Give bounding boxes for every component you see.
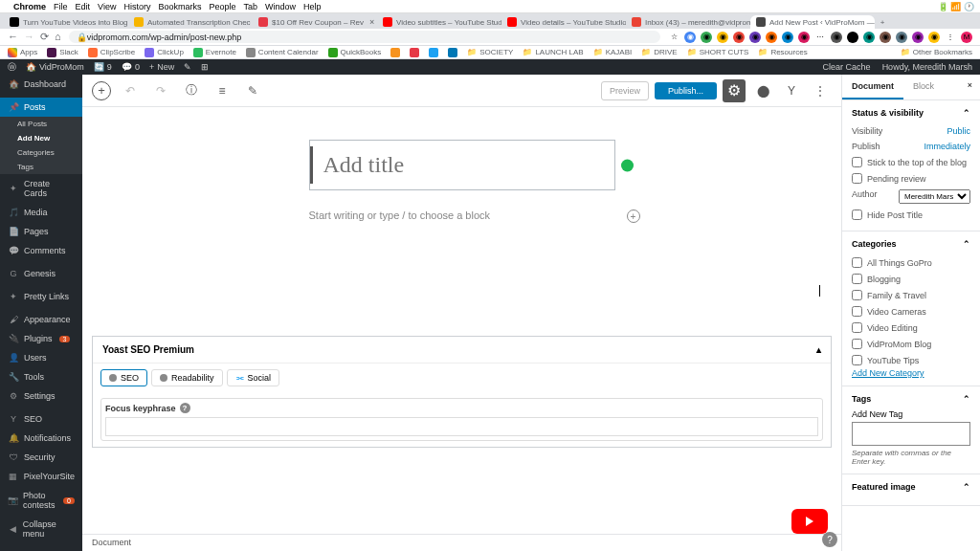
sidebar-cards[interactable]: ✦Create Cards	[0, 174, 82, 203]
sidebar-categories[interactable]: Categories	[0, 145, 82, 160]
add-block-inline[interactable]: +	[627, 209, 640, 223]
sidebar-comments[interactable]: 💬Comments	[0, 241, 82, 260]
publish-button[interactable]: Publish...	[655, 82, 717, 99]
sidebar-notifications[interactable]: 🔔Notifications	[0, 429, 82, 448]
yoast-social-tab[interactable]: ⫘Social	[227, 369, 280, 386]
tab-2[interactable]: $10 Off Rev Coupon – Rev×	[253, 15, 377, 29]
sidebar-collapse[interactable]: ◀Collapse menu	[0, 515, 82, 543]
wp-logo[interactable]: ⓦ	[8, 61, 16, 74]
undo-button[interactable]: ↶	[119, 79, 142, 102]
sidebar-genesis[interactable]: GGenesis	[0, 264, 82, 283]
sidebar-settings[interactable]: ⚙Settings	[0, 386, 82, 406]
tab-0[interactable]: Turn YouTube Videos into Blog×	[4, 15, 128, 29]
extension-icons[interactable]: ☆◉◉◉◉◉◉◉◉⋯◉◉◉◉◉◉◉⋮M	[668, 32, 972, 43]
sidebar-addnew[interactable]: Add New	[0, 131, 82, 145]
clear-cache[interactable]: Clear Cache	[823, 62, 871, 72]
editor-toolbar: + ↶ ↷ ⓘ ≡ ✎ Preview Publish... ⚙ ⬤ Y ⋮	[82, 75, 841, 107]
sidebar-seo[interactable]: YSEO	[0, 409, 82, 429]
chevron-up-icon[interactable]: ⌃	[963, 482, 970, 492]
yoast-icon[interactable]: Y	[780, 79, 803, 102]
sidebar-pretty[interactable]: ✦Pretty Links	[0, 287, 82, 306]
visibility-link[interactable]: Public	[947, 126, 970, 136]
home-button[interactable]: ⌂	[55, 31, 61, 43]
sticky-checkbox[interactable]: Stick to the top of the blog	[852, 154, 970, 170]
info-button[interactable]: ⓘ	[180, 79, 203, 102]
new-tab-button[interactable]: +	[875, 15, 890, 29]
youtube-subscribe[interactable]	[791, 509, 828, 534]
wp-sidebar: 🏠Dashboard 📌Posts All Posts Add New Cate…	[0, 75, 82, 551]
bookmarks-bar: Apps Slack ClipScribe ClickUp Evernote C…	[0, 46, 980, 59]
reload-button[interactable]: ⟳	[40, 31, 49, 43]
editor-area: + ↶ ↷ ⓘ ≡ ✎ Preview Publish... ⚙ ⬤ Y ⋮ S…	[82, 75, 841, 551]
editor-footer[interactable]: Document	[82, 534, 841, 551]
chevron-up-icon[interactable]: ⌃	[963, 108, 970, 118]
title-block[interactable]	[309, 140, 615, 190]
howdy-user[interactable]: Howdy, Meredith Marsh	[882, 62, 972, 72]
sidebar-appearance[interactable]: 🖌Appearance	[0, 310, 82, 329]
text-cursor	[819, 285, 820, 297]
publish-date-link[interactable]: Immediately	[924, 142, 970, 151]
other-bookmarks[interactable]: 📁Other Bookmarks	[901, 48, 972, 56]
sidebar-security[interactable]: 🛡Security	[0, 448, 82, 467]
sidebar-posts[interactable]: 📌Posts	[0, 98, 82, 117]
url-field[interactable]: 🔒 vidpromom.com/wp-admin/post-new.php	[69, 31, 660, 43]
new-content[interactable]: + New	[149, 62, 174, 72]
redo-button[interactable]: ↷	[149, 79, 172, 102]
yoast-readability-tab[interactable]: Readability	[151, 369, 223, 386]
app-name[interactable]: Chrome	[13, 2, 46, 11]
tab-5[interactable]: Inbox (43) – meredith@vidprom×	[626, 15, 750, 29]
help-icon[interactable]: ?	[180, 403, 190, 413]
chevron-up-icon[interactable]: ⌃	[963, 239, 970, 249]
macos-menubar: Chrome File Edit View History Bookmarks …	[0, 0, 980, 13]
edit-button[interactable]: ✎	[241, 79, 264, 102]
sidebar-pages[interactable]: 📄Pages	[0, 222, 82, 241]
browser-tabs: Turn YouTube Videos into Blog× Automated…	[0, 13, 980, 29]
more-button[interactable]: ⋮	[809, 79, 832, 102]
site-name[interactable]: 🏠 VidProMom	[26, 62, 84, 72]
comments-count[interactable]: 💬 0	[122, 62, 140, 72]
back-button[interactable]: ←	[8, 31, 18, 43]
apps-button[interactable]: Apps	[8, 48, 37, 57]
forward-button[interactable]: →	[24, 31, 34, 43]
preview-button[interactable]: Preview	[601, 81, 649, 100]
sidebar-allposts[interactable]: All Posts	[0, 117, 82, 131]
sidebar-tools[interactable]: 🔧Tools	[0, 367, 82, 386]
keyphrase-input[interactable]	[105, 417, 818, 436]
outline-button[interactable]: ≡	[211, 79, 234, 102]
tags-input[interactable]	[852, 422, 970, 446]
sidebar-users[interactable]: 👤Users	[0, 348, 82, 367]
help-bubble[interactable]: ?	[822, 532, 837, 547]
yoast-metabox: Yoast SEO Premium▴ SEO Readability ⫘Soci…	[92, 336, 832, 448]
wp-admin-bar: ⓦ 🏠 VidProMom 🔄 9 💬 0 + New ✎ ⊞ Clear Ca…	[0, 59, 980, 75]
sidebar-plugins[interactable]: 🔌Plugins3	[0, 329, 82, 348]
menubar-status: 🔋 📶 🕐	[938, 2, 974, 11]
jetpack-icon[interactable]: ⬤	[751, 79, 774, 102]
grammarly-icon[interactable]	[621, 159, 634, 171]
pending-checkbox[interactable]: Pending review	[852, 170, 970, 187]
yoast-seo-tab[interactable]: SEO	[100, 369, 147, 386]
title-input[interactable]	[323, 152, 601, 178]
add-category-link[interactable]: Add New Category	[852, 368, 970, 378]
sidebar-photo[interactable]: 📷Photo contests0	[0, 486, 82, 515]
sidebar-dashboard[interactable]: 🏠Dashboard	[0, 75, 82, 94]
tab-4[interactable]: Video details – YouTube Studio×	[501, 15, 626, 29]
block-tab[interactable]: Block	[903, 75, 944, 99]
tab-3[interactable]: Video subtitles – YouTube Studio×	[377, 15, 501, 29]
yoast-title: Yoast SEO Premium	[102, 344, 194, 355]
chevron-up-icon[interactable]: ⌃	[963, 394, 970, 404]
hide-title-checkbox[interactable]: Hide Post Title	[852, 207, 970, 223]
author-select[interactable]: Meredith Marsh	[899, 189, 970, 204]
tab-1[interactable]: Automated Transcription Chec×	[128, 15, 253, 29]
paragraph-block[interactable]: Start writing or type / to choose a bloc…	[309, 209, 615, 221]
document-tab[interactable]: Document	[842, 75, 903, 99]
sidebar-media[interactable]: 🎵Media	[0, 203, 82, 222]
updates[interactable]: 🔄 9	[94, 62, 112, 72]
add-block-button[interactable]: +	[92, 81, 111, 100]
sidebar-tags[interactable]: Tags	[0, 160, 82, 174]
address-bar: ← → ⟳ ⌂ 🔒 vidpromom.com/wp-admin/post-ne…	[0, 29, 980, 46]
settings-button[interactable]: ⚙	[723, 79, 746, 102]
tab-6[interactable]: Add New Post ‹ VidProMom —×	[750, 15, 875, 29]
yoast-collapse[interactable]: ▴	[816, 344, 821, 355]
close-panel[interactable]: ×	[960, 75, 980, 99]
sidebar-pixel[interactable]: ▦PixelYourSite	[0, 467, 82, 486]
